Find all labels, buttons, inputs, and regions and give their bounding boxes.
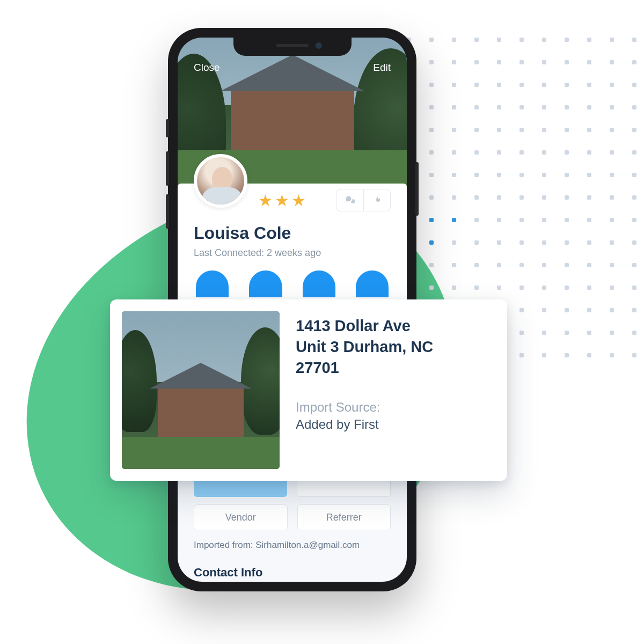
referrer-tag-button[interactable]: Referrer [297, 504, 391, 530]
import-source-value: Added by First [296, 417, 433, 432]
address-line-1: 1413 Dollar Ave [296, 317, 411, 334]
tag-button-row: Vendor Referrer [178, 504, 407, 530]
flame-icon[interactable] [363, 189, 390, 211]
vendor-tag-button[interactable]: Vendor [194, 504, 288, 530]
action-circle[interactable] [249, 270, 282, 297]
profile-card: ★★★ Louisa Cole Last Connected: 2 weeks … [178, 184, 407, 306]
last-connected-label: Last Connected: 2 weeks ago [194, 247, 391, 259]
action-circle[interactable] [356, 270, 389, 297]
quick-actions-group [336, 189, 391, 211]
edit-button[interactable]: Edit [373, 62, 391, 74]
phone-notch [233, 38, 352, 56]
phone-side-button [415, 162, 419, 216]
imported-from-label: Imported from: Sirhamilton.a@gmail.com [178, 530, 407, 551]
phone-side-button [166, 151, 169, 186]
star-rating[interactable]: ★★★ [258, 191, 308, 210]
contact-name: Louisa Cole [194, 223, 391, 243]
address-line-3: 27701 [296, 359, 339, 376]
import-source-label: Import Source: [296, 400, 433, 415]
property-address: 1413 Dollar Ave Unit 3 Durham, NC 27701 [296, 316, 433, 378]
action-circle[interactable] [196, 270, 229, 297]
contact-info-section-title: Contact Info [178, 551, 407, 580]
chat-icon[interactable] [336, 189, 363, 211]
address-line-2: Unit 3 Durham, NC [296, 338, 433, 355]
phone-side-button [166, 119, 169, 137]
action-circle[interactable] [303, 270, 335, 297]
property-thumbnail [122, 311, 280, 469]
address-card: 1413 Dollar Ave Unit 3 Durham, NC 27701 … [110, 299, 507, 481]
action-circle-row [194, 270, 391, 297]
phone-side-button [166, 194, 169, 229]
close-button[interactable]: Close [194, 62, 220, 74]
avatar[interactable] [194, 154, 247, 208]
